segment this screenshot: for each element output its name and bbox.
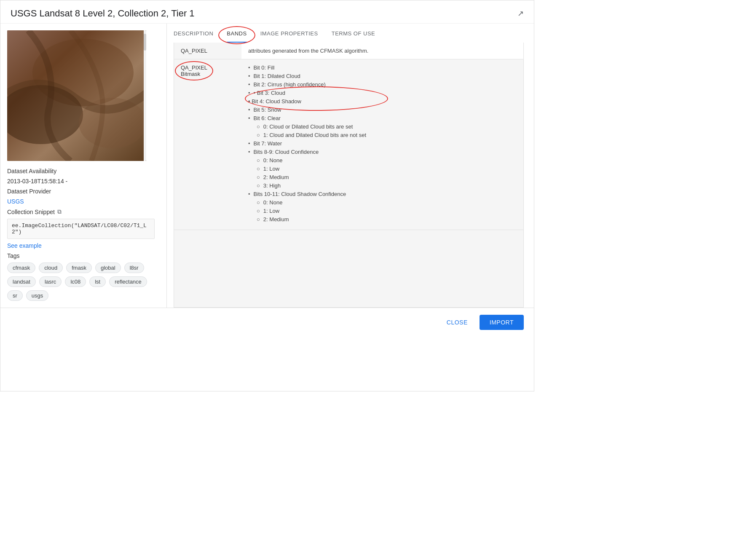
tag-chip: usgs xyxy=(26,290,48,301)
snippet-box: ee.ImageCollection("LANDSAT/LC08/C02/T1_… xyxy=(7,219,155,239)
left-panel: Dataset Availability 2013-03-18T15:58:14… xyxy=(7,24,163,308)
bitmask-name-inner: QA_PIXELBitmask xyxy=(181,64,207,77)
copy-icon[interactable]: ⧉ xyxy=(57,208,62,215)
main-content: Dataset Availability 2013-03-18T15:58:14… xyxy=(0,24,534,308)
dataset-provider-label: Dataset Provider xyxy=(7,188,155,195)
tag-chip: cfmask xyxy=(7,263,35,273)
bit-item-7: Bit 7: Water xyxy=(248,140,517,147)
import-button[interactable]: IMPORT xyxy=(480,315,524,330)
qa-pixel-desc-row: QA_PIXEL attributes generated from the C… xyxy=(174,43,523,59)
qa-pixel-name: QA_PIXEL xyxy=(174,43,241,59)
tags-label: Tags xyxy=(7,252,155,259)
tag-chip: lst xyxy=(89,276,106,287)
tab-bands[interactable]: BANDS xyxy=(227,30,247,43)
bit-item-6: Bit 6: Clear xyxy=(248,115,517,121)
right-panel: DESCRIPTION BANDS IMAGE PROPERTIES TERMS… xyxy=(170,24,524,308)
bit-item-8-9-1: 1: Low xyxy=(248,166,517,172)
page-header: USGS Landsat 8 Level 2, Collection 2, Ti… xyxy=(0,0,534,24)
tag-chip: l8sr xyxy=(124,263,144,273)
dataset-availability-label: Dataset Availability xyxy=(7,168,155,174)
bitmask-content-cell: Bit 0: Fill Bit 1: Dilated Cloud Bit 2: … xyxy=(241,59,523,230)
bit-item-6-0: 0: Cloud or Dilated Cloud bits are set xyxy=(248,123,517,130)
tag-chip: global xyxy=(95,263,121,273)
bit-item-8-9-0: 0: None xyxy=(248,157,517,163)
bit-item-10-11-0: 0: None xyxy=(248,199,517,206)
tag-chip: fmask xyxy=(66,263,92,273)
bit-item-2: Bit 2: Cirrus (high confidence) xyxy=(248,81,517,88)
tab-terms-of-use[interactable]: TERMS OF USE xyxy=(332,30,375,43)
tag-chip: lasrc xyxy=(39,276,62,287)
bit-item-8-9: Bits 8-9: Cloud Confidence xyxy=(248,149,517,155)
tag-chip: reflectance xyxy=(109,276,147,287)
see-example-link[interactable]: See example xyxy=(7,242,155,249)
satellite-image-container xyxy=(7,30,146,161)
external-link-icon[interactable]: ↗ xyxy=(517,9,524,18)
bit-item-5: Bit 5: Snow xyxy=(248,107,517,113)
collection-snippet-label: Collection Snippet xyxy=(7,209,55,215)
tab-description[interactable]: DESCRIPTION xyxy=(174,30,213,43)
bit-3-text: • Bit 3: Cloud xyxy=(248,90,285,96)
bitmask-name-cell: QA_PIXELBitmask xyxy=(174,59,241,230)
qa-pixel-desc: attributes generated from the CFMASK alg… xyxy=(241,43,523,59)
panel-divider xyxy=(166,24,167,308)
bit-list: Bit 0: Fill Bit 1: Dilated Cloud Bit 2: … xyxy=(248,64,517,222)
bit-item-8-9-2: 2: Medium xyxy=(248,174,517,180)
tabs-row: DESCRIPTION BANDS IMAGE PROPERTIES TERMS… xyxy=(174,24,524,43)
bit-item-1: Bit 1: Dilated Cloud xyxy=(248,73,517,79)
tag-chip: landsat xyxy=(7,276,36,287)
bit-item-10-11-2: 2: Medium xyxy=(248,216,517,222)
collection-snippet-header: Collection Snippet ⧉ xyxy=(7,208,155,215)
tag-chip: cloud xyxy=(39,263,63,273)
footer: CLOSE IMPORT xyxy=(0,308,534,337)
bitmask-qa-label: QA_PIXELBitmask xyxy=(181,64,207,77)
usgs-link[interactable]: USGS xyxy=(7,198,155,205)
bands-tab-circle-annotation xyxy=(218,26,255,44)
tags-container: cfmaskcloudfmaskgloball8srlandsatlasrclc… xyxy=(7,263,155,301)
bit-item-3: • Bit 3: Cloud xyxy=(248,90,517,96)
close-button[interactable]: CLOSE xyxy=(440,316,474,329)
bit-4-text: • Bit 4: Cloud Shadow xyxy=(248,98,301,104)
bit-item-4: • Bit 4: Cloud Shadow xyxy=(248,98,517,104)
bit-item-10-11-1: 1: Low xyxy=(248,208,517,214)
bands-content[interactable]: QA_PIXEL attributes generated from the C… xyxy=(174,43,524,308)
image-scrollbar-thumb xyxy=(144,34,146,51)
bit-item-6-1: 1: Cloud and Dilated Cloud bits are not … xyxy=(248,132,517,138)
bands-table: QA_PIXEL attributes generated from the C… xyxy=(174,43,523,230)
bit-item-8-9-3: 3: High xyxy=(248,182,517,189)
satellite-image xyxy=(7,30,146,161)
page-title: USGS Landsat 8 Level 2, Collection 2, Ti… xyxy=(11,8,195,19)
qa-pixel-bitmask-row: QA_PIXELBitmask Bit 0: Fill Bit 1: Dilat… xyxy=(174,59,523,230)
bit-item-0: Bit 0: Fill xyxy=(248,64,517,71)
tab-image-properties[interactable]: IMAGE PROPERTIES xyxy=(260,30,318,43)
bit-item-10-11: Bits 10-11: Cloud Shadow Confidence xyxy=(248,191,517,197)
tag-chip: lc08 xyxy=(65,276,86,287)
image-scrollbar xyxy=(144,30,146,161)
tag-chip: sr xyxy=(7,290,23,301)
terrain-svg xyxy=(7,30,146,161)
dataset-date: 2013-03-18T15:58:14 - xyxy=(7,178,155,185)
